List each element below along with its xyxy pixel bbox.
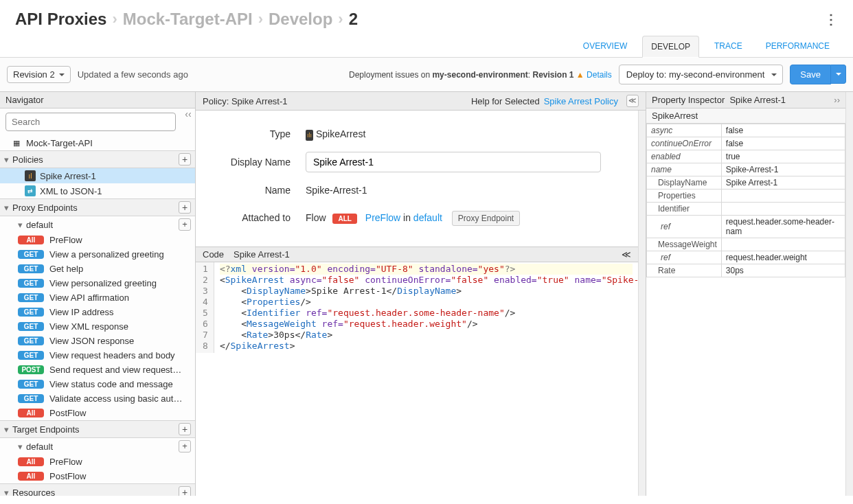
- tree-flow-item[interactable]: GETView XML response: [0, 319, 195, 334]
- preflow-link[interactable]: PreFlow: [365, 212, 400, 223]
- attached-to-label: Attached to: [209, 212, 306, 223]
- tree-flow-item[interactable]: GETView status code and message: [0, 377, 195, 391]
- tree-policy-item[interactable]: ılSpike Arrest-1: [0, 168, 195, 183]
- method-badge: POST: [18, 365, 44, 374]
- breadcrumb: API Proxies › Mock-Target-API › Develop …: [0, 0, 853, 36]
- add-resource-button[interactable]: +: [179, 486, 191, 496]
- breadcrumb-root[interactable]: API Proxies: [15, 10, 106, 29]
- navigator-tree: ▦Mock-Target-API▾ Policies+ılSpike Arres…: [0, 135, 195, 496]
- method-badge: All: [18, 409, 44, 417]
- inspector-row[interactable]: asyncfalse: [647, 124, 845, 137]
- warning-icon: ▲: [576, 70, 584, 80]
- revision-select[interactable]: Revision 2: [7, 66, 71, 83]
- center-scrollbar[interactable]: [638, 111, 646, 496]
- inspector-row[interactable]: nameSpike-Arrest-1: [647, 163, 845, 176]
- tree-proxy-default[interactable]: ▾ default+: [0, 216, 195, 233]
- attached-to-value: Flow ALL PreFlow in default Proxy Endpoi…: [306, 212, 520, 223]
- tree-flow-item[interactable]: GETView IP address: [0, 305, 195, 319]
- tree-flow-item[interactable]: AllPostFlow: [0, 406, 195, 420]
- collapse-navigator-icon[interactable]: ‹‹: [181, 108, 195, 135]
- expand-inspector-icon[interactable]: ››: [834, 95, 840, 105]
- add-policy-button[interactable]: +: [179, 153, 191, 165]
- deploy-to-select[interactable]: Deploy to: my-second-environment: [619, 65, 784, 84]
- tree-flow-item[interactable]: GETGet help: [0, 262, 195, 276]
- tab-performance[interactable]: PERFORMANCE: [758, 36, 838, 57]
- tree-flow-item[interactable]: GETView API affirmation: [0, 290, 195, 305]
- tree-proxy-root[interactable]: ▦Mock-Target-API: [0, 135, 195, 150]
- inspector-row[interactable]: refrequest.header.weight: [647, 251, 845, 264]
- tree-target-endpoints-header[interactable]: ▾ Target Endpoints+: [0, 420, 195, 438]
- tree-flow-item[interactable]: GETValidate access using basic aut…: [0, 391, 195, 406]
- details-link[interactable]: Details: [587, 70, 612, 80]
- save-dropdown-button[interactable]: [831, 65, 846, 84]
- tab-trace[interactable]: TRACE: [706, 36, 751, 57]
- add-proxy-endpoint-button[interactable]: +: [179, 201, 191, 214]
- tree-policies-header[interactable]: ▾ Policies+: [0, 150, 195, 168]
- property-inspector: Property Inspector Spike Arrest-1 ›› Spi…: [646, 92, 845, 496]
- method-badge: GET: [18, 394, 44, 403]
- proxy-endpoint-chip: Proxy Endpoint: [452, 211, 520, 226]
- breadcrumb-proxy[interactable]: Mock-Target-API: [123, 10, 253, 29]
- tree-flow-item[interactable]: GETView a personalized greeting: [0, 247, 195, 262]
- inspector-header: Property Inspector Spike Arrest-1 ››: [646, 92, 845, 108]
- inspector-row[interactable]: DisplayNameSpike Arrest-1: [647, 176, 845, 190]
- inspector-row[interactable]: refrequest.header.some-header-nam: [647, 216, 845, 238]
- tab-develop[interactable]: DEVELOP: [642, 36, 699, 58]
- tree-flow-item[interactable]: GETView personalized greeting: [0, 276, 195, 290]
- more-menu-icon[interactable]: ⋮: [824, 11, 838, 27]
- inspector-row[interactable]: Rate30ps: [647, 264, 845, 277]
- inspector-row[interactable]: Identifier: [647, 203, 845, 216]
- tree-flow-item[interactable]: GETView JSON response: [0, 334, 195, 348]
- method-badge: All: [18, 236, 44, 244]
- method-badge: GET: [18, 351, 44, 360]
- help-link[interactable]: Spike Arrest Policy: [544, 96, 618, 106]
- search-input[interactable]: [5, 113, 176, 131]
- tree-target-default[interactable]: ▾ default+: [0, 438, 195, 455]
- method-badge: GET: [18, 322, 44, 331]
- collapse-code-icon[interactable]: ≪: [622, 249, 631, 260]
- code-content[interactable]: <?xml version="1.0" encoding="UTF-8" sta…: [214, 262, 638, 353]
- save-button[interactable]: Save: [790, 65, 831, 84]
- inspector-row[interactable]: MessageWeight: [647, 238, 845, 251]
- spike-arrest-icon: ıl: [25, 170, 36, 181]
- add-target-flow-button[interactable]: +: [179, 440, 191, 453]
- center-panel: Policy: Spike Arrest-1 Help for Selected…: [196, 92, 646, 496]
- default-link[interactable]: default: [413, 212, 442, 223]
- display-name-label: Display Name: [209, 157, 306, 168]
- method-badge: GET: [18, 293, 44, 302]
- method-badge: GET: [18, 250, 44, 259]
- tree-target-flow-item[interactable]: AllPreFlow: [0, 455, 195, 469]
- method-badge: GET: [18, 308, 44, 317]
- inspector-root-node[interactable]: SpikeArrest: [646, 108, 845, 124]
- tree-flow-item[interactable]: POSTSend request and view request…: [0, 363, 195, 377]
- navigator-header: Navigator: [0, 92, 195, 108]
- display-name-input[interactable]: [306, 152, 601, 172]
- breadcrumb-revision: 2: [349, 10, 358, 29]
- code-gutter: 12345678: [196, 262, 214, 353]
- tree-resources-header[interactable]: ▾ Resources+: [0, 483, 195, 496]
- code-editor[interactable]: 12345678 <?xml version="1.0" encoding="U…: [196, 262, 638, 353]
- collapse-policy-icon[interactable]: ≪: [626, 95, 639, 107]
- page-scrollbar[interactable]: [845, 92, 853, 496]
- navigator-panel: Navigator ‹‹ ▦Mock-Target-API▾ Policies+…: [0, 92, 196, 496]
- tree-flow-item[interactable]: AllPreFlow: [0, 233, 195, 247]
- type-value: ılı SpikeArrest: [306, 128, 365, 139]
- last-updated-text: Updated a few seconds ago: [78, 69, 188, 80]
- tree-flow-item[interactable]: GETView request headers and body: [0, 348, 195, 363]
- breadcrumb-section[interactable]: Develop: [269, 10, 332, 29]
- xml-to-json-icon: ⇄: [25, 185, 36, 196]
- tab-overview[interactable]: OVERVIEW: [575, 36, 635, 57]
- method-badge: All: [18, 457, 44, 466]
- tree-proxy-endpoints-header[interactable]: ▾ Proxy Endpoints+: [0, 198, 195, 216]
- deployment-issues: Deployment issues on my-second-environme…: [349, 70, 612, 80]
- inspector-row[interactable]: enabledtrue: [647, 150, 845, 163]
- inspector-row[interactable]: continueOnErrorfalse: [647, 137, 845, 150]
- add-target-endpoint-button[interactable]: +: [179, 423, 191, 435]
- tree-target-flow-item[interactable]: AllPostFlow: [0, 469, 195, 483]
- tree-policy-item[interactable]: ⇄XML to JSON-1: [0, 183, 195, 198]
- method-badge: GET: [18, 380, 44, 389]
- inspector-row[interactable]: Properties: [647, 190, 845, 203]
- method-badge: GET: [18, 336, 44, 345]
- add-flow-button[interactable]: +: [179, 218, 191, 231]
- policy-panel-header: Policy: Spike Arrest-1 Help for Selected…: [196, 92, 646, 111]
